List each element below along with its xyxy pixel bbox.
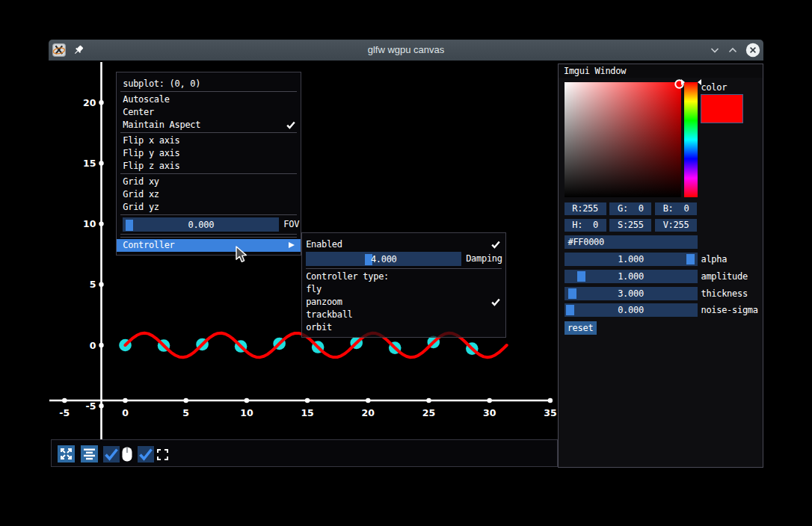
fullscreen-brackets-icon[interactable]	[157, 449, 168, 460]
controller-checkbox[interactable]	[138, 446, 154, 462]
wgpu-canvas[interactable]: -50510152025303520151050-5 Imgui Window …	[49, 61, 763, 470]
desktop: glfw wgpu canvas	[0, 0, 812, 526]
x-tick-dot	[184, 398, 188, 403]
slider-track[interactable]: 4.000	[306, 252, 461, 266]
hex-color-field[interactable]: #FF0000	[565, 235, 698, 249]
s-field[interactable]: S:255	[609, 219, 651, 232]
menu-item-maintain-aspect[interactable]: Maintain Aspect	[117, 119, 301, 132]
menu-item-flip-x-axis[interactable]: Flip x axis	[117, 134, 301, 147]
menu-item-enabled[interactable]: Enabled	[302, 238, 505, 251]
y-tick-label: 5	[90, 279, 96, 290]
x-tick-label: 20	[362, 407, 375, 418]
submenu-item-controller[interactable]: Controller	[117, 239, 301, 252]
x-tick-label: -5	[59, 407, 70, 418]
checkmark-icon	[138, 446, 154, 462]
app-icon	[52, 43, 66, 57]
autoscale-button[interactable]	[58, 445, 75, 462]
x-tick-dot	[123, 398, 127, 403]
b-field[interactable]: B: 0	[655, 202, 697, 215]
y-tick-dot	[99, 282, 103, 287]
x-tick-label: 30	[483, 407, 496, 418]
checkmark-icon	[491, 241, 500, 249]
hue-marker-left-icon	[681, 79, 685, 85]
x-tick-dot	[548, 398, 553, 403]
saturation-value-picker[interactable]	[565, 82, 681, 197]
subplot-context-menu: subplot: (0, 0)AutoscaleCenterMaintain A…	[116, 72, 301, 256]
y-tick-dot	[99, 343, 103, 347]
slider-value: 0.000	[565, 303, 698, 317]
slider-label-noise-sigma: noise-sigma	[701, 303, 758, 317]
expand-arrows-icon	[58, 445, 75, 462]
window-title: glfw wgpu canvas	[49, 40, 763, 61]
x-tick-label: 0	[122, 407, 129, 418]
controller-submenu: Enabled4.000DampingController type:flypa…	[301, 232, 506, 338]
menu-title-subplot-0-0: subplot: (0, 0)	[117, 78, 301, 90]
titlebar[interactable]: glfw wgpu canvas	[49, 40, 763, 61]
v-field[interactable]: V:255	[655, 219, 697, 232]
slider-amplitude[interactable]: 1.000	[565, 270, 698, 283]
slider-label: Damping	[466, 252, 502, 266]
x-tick-label: 10	[240, 407, 253, 418]
x-tick-dot	[244, 398, 249, 403]
menu-item-trackball[interactable]: trackball	[302, 309, 505, 321]
color-label: color	[701, 82, 728, 93]
imgui-window-title[interactable]: Imgui Window	[559, 64, 763, 78]
slider-thickness[interactable]: 3.000	[565, 287, 698, 300]
subplot-toolbar	[51, 439, 558, 467]
x-tick-label: 5	[182, 407, 189, 418]
menu-item-flip-y-axis[interactable]: Flip y axis	[117, 147, 301, 160]
slider-label-amplitude: amplitude	[701, 270, 748, 283]
checkmark-icon	[491, 298, 500, 306]
x-tick-label: 35	[544, 407, 556, 418]
r-field[interactable]: R:255	[565, 202, 606, 215]
pin-icon[interactable]	[72, 43, 85, 57]
color-swatch[interactable]	[701, 94, 743, 123]
y-tick-label: 10	[83, 218, 96, 229]
x-tick-dot	[62, 398, 67, 403]
mouse-icon[interactable]	[122, 447, 132, 462]
menu-label-controller-type: Controller type:	[302, 270, 505, 283]
y-tick-label: 15	[83, 158, 96, 169]
hue-bar[interactable]	[684, 82, 698, 197]
slider-label-thickness: thickness	[701, 287, 748, 300]
y-tick-dot	[99, 100, 103, 105]
slider-label: FOV	[283, 217, 299, 232]
menu-item-orbit[interactable]: orbit	[302, 321, 505, 334]
h-field[interactable]: H: 0	[565, 219, 606, 232]
menu-slider-fov[interactable]: 0.000FOV	[117, 217, 301, 233]
slider-value: 1.000	[565, 270, 698, 283]
menu-item-panzoom[interactable]: panzoom	[302, 296, 505, 309]
menu-item-flip-z-axis[interactable]: Flip z axis	[117, 160, 301, 173]
menu-item-center[interactable]: Center	[117, 106, 301, 119]
menu-item-grid-xz[interactable]: Grid xz	[117, 188, 301, 201]
y-tick-dot	[99, 161, 103, 165]
mouse-cursor-icon	[236, 246, 247, 263]
center-button[interactable]	[81, 445, 98, 462]
close-button[interactable]	[745, 43, 760, 58]
slider-value: 0.000	[123, 218, 279, 232]
g-field[interactable]: G: 0	[609, 202, 651, 215]
maximize-icon[interactable]	[726, 43, 739, 57]
reset-button[interactable]: reset	[565, 321, 597, 335]
slider-value: 3.000	[565, 287, 698, 300]
x-tick-label: 15	[301, 407, 313, 418]
x-tick-dot	[366, 398, 370, 403]
submenu-arrow-icon	[289, 242, 295, 248]
menu-item-autoscale[interactable]: Autoscale	[117, 93, 301, 106]
y-tick-dot	[99, 221, 103, 226]
menu-item-grid-xy[interactable]: Grid xy	[117, 176, 301, 188]
minimize-icon[interactable]	[708, 43, 722, 57]
align-center-icon	[81, 445, 98, 462]
x-tick-label: 25	[422, 407, 435, 418]
slider-noise-sigma[interactable]: 0.000	[565, 303, 698, 317]
y-tick-label: -5	[86, 400, 96, 412]
x-tick-dot	[305, 398, 310, 403]
slider-label-alpha: alpha	[701, 253, 728, 266]
menu-item-fly[interactable]: fly	[302, 283, 505, 296]
menu-slider-damping[interactable]: 4.000Damping	[302, 251, 505, 267]
menu-item-grid-yz[interactable]: Grid yz	[117, 201, 301, 214]
maintain-aspect-checkbox[interactable]	[103, 446, 120, 462]
imgui-window: Imgui Window color R:255G: 0B: 0 H: 0S:2…	[558, 64, 763, 468]
slider-track[interactable]: 0.000	[123, 217, 279, 232]
slider-alpha[interactable]: 1.000	[565, 253, 698, 266]
